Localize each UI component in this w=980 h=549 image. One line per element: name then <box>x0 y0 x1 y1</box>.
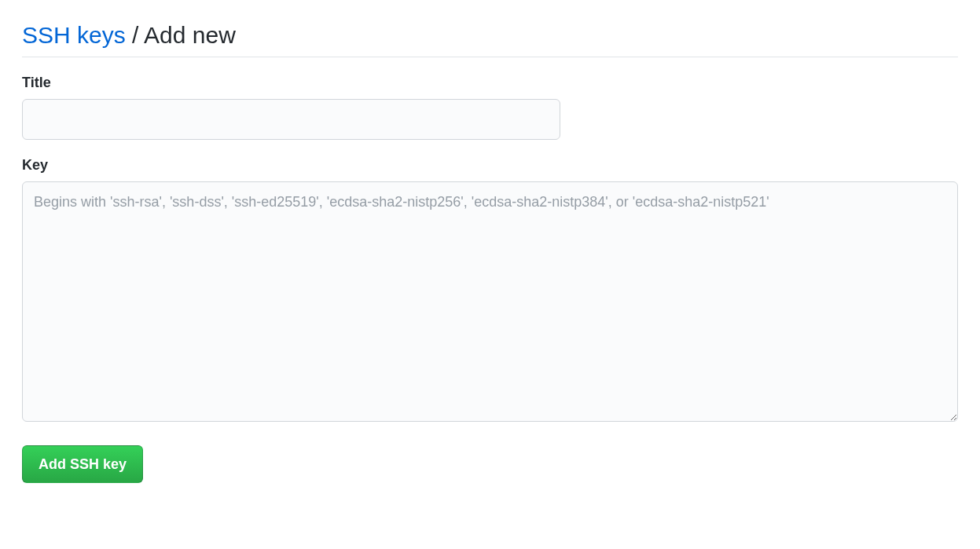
form-group-title: Title <box>22 75 958 140</box>
page-container: SSH keys / Add new Title Key Add SSH key <box>22 22 958 483</box>
breadcrumb-separator: / <box>132 22 138 48</box>
page-heading: SSH keys / Add new <box>22 22 958 57</box>
title-label: Title <box>22 75 958 91</box>
title-input[interactable] <box>22 99 560 140</box>
add-ssh-key-button[interactable]: Add SSH key <box>22 445 143 483</box>
key-textarea[interactable] <box>22 181 958 422</box>
form-group-key: Key <box>22 157 958 425</box>
breadcrumb-link-ssh-keys[interactable]: SSH keys <box>22 22 126 48</box>
breadcrumb-current: Add new <box>144 22 236 48</box>
key-label: Key <box>22 157 958 174</box>
